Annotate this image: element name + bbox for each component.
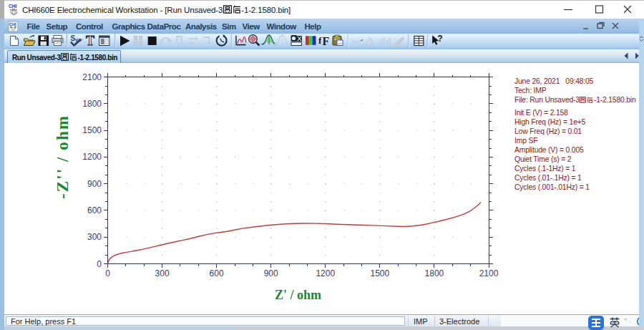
- svg-text:1500: 1500: [82, 125, 102, 135]
- svg-text:300: 300: [155, 268, 170, 278]
- svg-text:600: 600: [210, 268, 224, 278]
- svg-text:900: 900: [264, 268, 278, 278]
- svg-text:1200: 1200: [82, 152, 102, 162]
- svg-text:Z' / ohm: Z' / ohm: [275, 288, 321, 302]
- svg-text:0: 0: [97, 259, 102, 269]
- svg-text:300: 300: [87, 232, 102, 242]
- svg-text:900: 900: [87, 179, 102, 189]
- svg-text:2100: 2100: [479, 268, 499, 278]
- svg-text:2100: 2100: [82, 72, 102, 82]
- svg-text:-Z'' / ohm: -Z'' / ohm: [54, 115, 72, 199]
- svg-text:1800: 1800: [425, 268, 444, 278]
- svg-text:0: 0: [105, 268, 110, 278]
- svg-text:1500: 1500: [371, 268, 390, 278]
- svg-text:1800: 1800: [82, 99, 102, 109]
- svg-text:1200: 1200: [316, 268, 335, 278]
- svg-text:600: 600: [87, 205, 102, 215]
